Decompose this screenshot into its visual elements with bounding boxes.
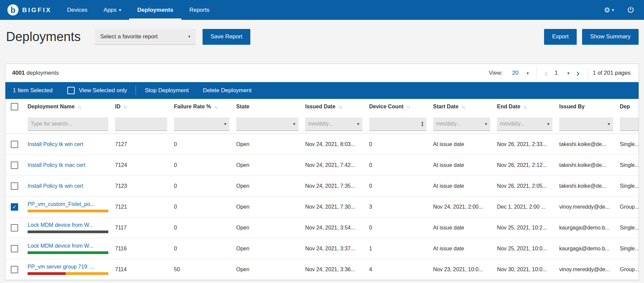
prev-page-button[interactable]: ‹	[541, 68, 551, 78]
sort-icon[interactable]: ↑↓	[78, 104, 81, 109]
deployment-name-link[interactable]: Lock MDM device from W...	[28, 243, 94, 249]
brand: b BIGFIX	[0, 0, 51, 20]
state-filter-select[interactable]: ▾	[236, 117, 298, 131]
sort-icon[interactable]: ↑↓	[214, 104, 217, 109]
page-size-select[interactable]: 20 ▾	[509, 70, 531, 76]
table-row[interactable]: Install Policy tk win cert 7127 0 Open N…	[5, 134, 639, 155]
table-row[interactable]: ✓ PP_vm_custom_Fixlet_po... 7121 0 Open …	[5, 197, 639, 217]
start-date-filter[interactable]: mm/dd/y...▾	[433, 117, 490, 131]
state-cell: Open	[233, 197, 302, 217]
deployment-name-link[interactable]: Install Policy tk win cert	[28, 183, 83, 189]
table-filter-row: ▾ ▾ mm/dd/y...▾ ▴▾ mm/dd/y...▾ mm/dd	[5, 114, 639, 134]
deployment-name-link[interactable]: PP_vm_custom_Fixlet_po...	[28, 201, 95, 207]
chevron-down-icon: ▾	[188, 34, 190, 39]
start-date-cell: At issue date	[430, 176, 494, 196]
id-cell: 7114	[112, 259, 171, 280]
issued-by-cell: kaurgaga@demo.b...	[556, 217, 616, 238]
column-header-deployment-name[interactable]: Deployment Name↑↓	[24, 104, 112, 110]
row-checkbox[interactable]	[11, 162, 18, 169]
sort-icon[interactable]: ↑↓	[406, 104, 409, 109]
deployment-type-filter-input[interactable]	[620, 117, 639, 131]
column-header-state[interactable]: State	[233, 104, 302, 110]
table-row[interactable]: PP_vm server group 719: ... 7114 50 Open…	[5, 259, 639, 280]
nav-deployments[interactable]: Deployments	[129, 0, 181, 20]
id-filter-input[interactable]	[115, 117, 167, 131]
nav-reports[interactable]: Reports	[181, 0, 218, 20]
issued-date-filter[interactable]: mm/dd/y...▾	[305, 117, 362, 131]
table-row[interactable]: Install Policy tk win cert 7123 0 Open N…	[5, 176, 639, 197]
next-page-button[interactable]: ›	[573, 68, 583, 78]
nav-deployments-label: Deployments	[137, 7, 173, 13]
divider	[588, 68, 588, 78]
gear-icon: ⚙	[604, 6, 610, 13]
state-cell: Open	[233, 176, 302, 196]
deployment-progress-bar	[28, 272, 108, 275]
export-button[interactable]: Export	[544, 29, 577, 45]
sort-icon[interactable]: ↑↓	[462, 104, 465, 109]
issued-date-cell: Nov 24, 2021, 3:36...	[302, 259, 366, 280]
sort-icon[interactable]: ↑↓	[338, 104, 342, 109]
column-header-start-date[interactable]: Start Date↑↓	[430, 104, 494, 110]
table-row[interactable]: Lock MDM device from W... 7117 0 Open No…	[5, 217, 639, 238]
row-checkbox[interactable]	[11, 182, 18, 190]
column-header-device-count[interactable]: Device Count↑↓	[366, 104, 430, 110]
sort-icon[interactable]: ↑↓	[123, 104, 127, 109]
deployments-table: 4001 deployments View: 20 ▾ ‹ 1 ▾ › 1 of…	[5, 64, 639, 280]
select-all-checkbox[interactable]	[11, 103, 18, 110]
page-select[interactable]: 1 ▾	[551, 70, 573, 76]
column-header-failure-rate[interactable]: Failure Rate %↑↓	[171, 104, 233, 110]
table-row[interactable]: Install Policy tk mac cert 7124 0 Open N…	[5, 155, 639, 176]
row-checkbox[interactable]	[11, 224, 18, 232]
nav-devices[interactable]: Devices	[59, 0, 95, 20]
number-spinner[interactable]: ▴▾	[421, 121, 423, 127]
device-count-filter[interactable]: ▴▾	[369, 117, 426, 131]
view-label: View:	[489, 70, 503, 76]
nav-reports-label: Reports	[189, 7, 210, 13]
row-checkbox[interactable]: ✓	[11, 203, 18, 211]
start-date-cell: Nov 24, 2021, 2:00...	[430, 197, 494, 217]
logo-letter: b	[10, 6, 15, 14]
spinner-down-icon[interactable]: ▾	[421, 124, 423, 127]
issued-date-cell: Nov 24, 2021, 8:03...	[302, 134, 366, 154]
chevron-down-icon: ▾	[485, 121, 487, 126]
issued-by-cell: vinoy.mereddy@de...	[556, 259, 616, 280]
issued-by-cell: takeshi.koike@de...	[556, 176, 616, 196]
row-checkbox[interactable]	[11, 141, 18, 148]
failure-rate-cell: 50	[171, 259, 233, 280]
sort-icon[interactable]: ↑↓	[523, 104, 526, 109]
failure-rate-filter-select[interactable]: ▾	[174, 117, 229, 131]
save-report-button[interactable]: Save Report	[203, 29, 251, 45]
row-checkbox[interactable]	[11, 245, 18, 252]
deployment-name-link[interactable]: PP_vm server group 719: ...	[28, 264, 95, 270]
name-filter-input[interactable]	[28, 117, 108, 131]
deployment-name-link[interactable]: Lock MDM device from W...	[28, 222, 94, 228]
column-header-issued-date[interactable]: Issued Date↑↓	[302, 104, 366, 110]
deployment-type-cell: Single...	[616, 134, 639, 154]
deployment-name-link[interactable]: Install Policy tk mac cert	[28, 162, 85, 168]
end-date-filter[interactable]: mm/dd/y...▾	[497, 117, 552, 131]
column-header-end-date[interactable]: End Date↑↓	[494, 104, 556, 110]
table-body: Install Policy tk win cert 7127 0 Open N…	[5, 134, 639, 280]
nav-devices-label: Devices	[67, 7, 87, 13]
show-summary-button[interactable]: Show Summary	[582, 29, 639, 45]
table-row[interactable]: Lock MDM device from W... 7116 0 Open No…	[5, 238, 639, 259]
delete-deployment-button[interactable]: Delete Deployment	[203, 87, 252, 94]
nav-apps[interactable]: Apps▾	[96, 0, 129, 20]
logout-button[interactable]	[627, 6, 635, 14]
page-header: Deployments Select a favorite report ▾ S…	[0, 20, 644, 54]
deployment-name-link[interactable]: Install Policy tk win cert	[28, 141, 83, 147]
column-header-id[interactable]: ID↑↓	[112, 104, 171, 110]
deployment-type-cell: Single...	[616, 155, 639, 175]
row-checkbox[interactable]	[11, 266, 18, 273]
column-header-issued-by[interactable]: Issued By	[556, 104, 616, 110]
view-selected-only-toggle[interactable]: View Selected only	[67, 87, 127, 94]
issued-by-filter-select[interactable]: ▾	[559, 117, 613, 131]
settings-button[interactable]: ⚙ ▾	[604, 6, 614, 13]
device-count-cell: 0	[366, 155, 430, 175]
favorite-report-select[interactable]: Select a favorite report ▾	[95, 29, 196, 45]
state-cell: Open	[233, 259, 302, 280]
stop-deployment-button[interactable]: Stop Deployment	[145, 87, 188, 94]
column-header-deployment-type[interactable]: Dep	[616, 104, 639, 110]
view-selected-checkbox[interactable]	[67, 87, 75, 94]
issued-by-cell: vinoy.mereddy@de...	[556, 197, 616, 217]
